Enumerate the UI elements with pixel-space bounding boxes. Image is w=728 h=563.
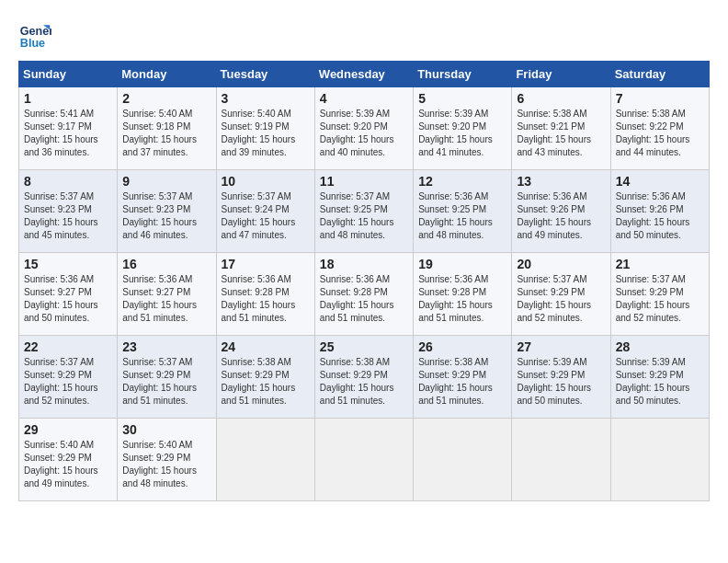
day-number: 20 [517,257,605,271]
calendar-cell: 16Sunrise: 5:36 AM Sunset: 9:27 PM Dayli… [118,253,216,336]
day-info: Sunrise: 5:36 AM Sunset: 9:25 PM Dayligh… [418,190,506,242]
header: General Blue [18,18,710,52]
calendar-cell: 20Sunrise: 5:37 AM Sunset: 9:29 PM Dayli… [512,253,610,336]
day-number: 19 [418,257,506,271]
day-number: 1 [24,91,112,106]
calendar-cell: 29Sunrise: 5:40 AM Sunset: 9:29 PM Dayli… [19,419,118,501]
day-info: Sunrise: 5:37 AM Sunset: 9:23 PM Dayligh… [24,190,112,242]
calendar-cell: 11Sunrise: 5:37 AM Sunset: 9:25 PM Dayli… [314,170,413,253]
day-info: Sunrise: 5:36 AM Sunset: 9:26 PM Dayligh… [616,190,704,242]
weekday-header-sunday: Sunday [19,62,118,87]
day-number: 22 [24,339,112,354]
day-number: 5 [418,91,506,106]
day-info: Sunrise: 5:38 AM Sunset: 9:29 PM Dayligh… [418,356,506,408]
calendar-cell: 6Sunrise: 5:38 AM Sunset: 9:21 PM Daylig… [512,87,610,170]
day-number: 24 [222,339,310,354]
day-number: 7 [616,91,704,106]
day-info: Sunrise: 5:37 AM Sunset: 9:23 PM Dayligh… [122,190,210,242]
day-info: Sunrise: 5:37 AM Sunset: 9:24 PM Dayligh… [222,190,310,242]
day-number: 28 [616,339,704,354]
calendar-cell: 18Sunrise: 5:36 AM Sunset: 9:28 PM Dayli… [314,253,413,336]
calendar-cell: 9Sunrise: 5:37 AM Sunset: 9:23 PM Daylig… [118,170,216,253]
day-info: Sunrise: 5:40 AM Sunset: 9:29 PM Dayligh… [24,439,112,490]
calendar-cell: 25Sunrise: 5:38 AM Sunset: 9:29 PM Dayli… [314,336,413,419]
day-number: 29 [24,422,112,437]
week-row-4: 22Sunrise: 5:37 AM Sunset: 9:29 PM Dayli… [19,336,710,419]
week-row-5: 29Sunrise: 5:40 AM Sunset: 9:29 PM Dayli… [19,419,710,501]
day-info: Sunrise: 5:39 AM Sunset: 9:20 PM Dayligh… [418,108,506,159]
calendar-cell: 26Sunrise: 5:38 AM Sunset: 9:29 PM Dayli… [414,336,512,419]
day-number: 16 [122,257,210,271]
day-info: Sunrise: 5:40 AM Sunset: 9:18 PM Dayligh… [122,108,210,159]
calendar-cell: 24Sunrise: 5:38 AM Sunset: 9:29 PM Dayli… [216,336,314,419]
day-number: 11 [320,174,408,189]
day-number: 12 [418,174,506,189]
day-info: Sunrise: 5:39 AM Sunset: 9:29 PM Dayligh… [517,356,605,408]
day-number: 6 [517,91,605,106]
week-row-2: 8Sunrise: 5:37 AM Sunset: 9:23 PM Daylig… [19,170,710,253]
calendar-cell [610,419,709,501]
svg-text:Blue: Blue [20,37,45,50]
day-info: Sunrise: 5:37 AM Sunset: 9:25 PM Dayligh… [320,190,408,242]
calendar-cell: 12Sunrise: 5:36 AM Sunset: 9:25 PM Dayli… [414,170,512,253]
weekday-header-monday: Monday [118,62,216,87]
week-row-1: 1Sunrise: 5:41 AM Sunset: 9:17 PM Daylig… [19,87,710,170]
day-number: 26 [418,339,506,354]
day-info: Sunrise: 5:36 AM Sunset: 9:28 PM Dayligh… [320,273,408,325]
day-number: 8 [24,174,112,189]
day-info: Sunrise: 5:40 AM Sunset: 9:19 PM Dayligh… [222,108,310,159]
day-info: Sunrise: 5:38 AM Sunset: 9:29 PM Dayligh… [222,356,310,408]
calendar-cell [216,419,314,501]
day-info: Sunrise: 5:37 AM Sunset: 9:29 PM Dayligh… [122,356,210,408]
day-number: 27 [517,339,605,354]
day-info: Sunrise: 5:38 AM Sunset: 9:21 PM Dayligh… [517,108,605,159]
day-number: 21 [616,257,704,271]
logo-icon: General Blue [18,18,51,52]
logo: General Blue [18,18,55,52]
day-number: 9 [122,174,210,189]
calendar-cell: 15Sunrise: 5:36 AM Sunset: 9:27 PM Dayli… [19,253,118,336]
day-number: 3 [222,91,310,106]
day-info: Sunrise: 5:36 AM Sunset: 9:27 PM Dayligh… [24,273,112,325]
day-info: Sunrise: 5:36 AM Sunset: 9:28 PM Dayligh… [222,273,310,325]
day-info: Sunrise: 5:36 AM Sunset: 9:26 PM Dayligh… [517,190,605,242]
weekday-header-thursday: Thursday [414,62,512,87]
calendar-cell [414,419,512,501]
day-number: 25 [320,339,408,354]
day-number: 15 [24,257,112,271]
day-info: Sunrise: 5:39 AM Sunset: 9:29 PM Dayligh… [616,356,704,408]
day-number: 10 [222,174,310,189]
calendar-cell: 14Sunrise: 5:36 AM Sunset: 9:26 PM Dayli… [610,170,709,253]
day-info: Sunrise: 5:36 AM Sunset: 9:28 PM Dayligh… [418,273,506,325]
calendar-cell [314,419,413,501]
day-number: 23 [122,339,210,354]
day-info: Sunrise: 5:36 AM Sunset: 9:27 PM Dayligh… [122,273,210,325]
day-number: 2 [122,91,210,106]
calendar-cell: 8Sunrise: 5:37 AM Sunset: 9:23 PM Daylig… [19,170,118,253]
calendar-cell: 3Sunrise: 5:40 AM Sunset: 9:19 PM Daylig… [216,87,314,170]
calendar-cell: 1Sunrise: 5:41 AM Sunset: 9:17 PM Daylig… [19,87,118,170]
day-info: Sunrise: 5:41 AM Sunset: 9:17 PM Dayligh… [24,108,112,159]
calendar-cell: 10Sunrise: 5:37 AM Sunset: 9:24 PM Dayli… [216,170,314,253]
day-info: Sunrise: 5:37 AM Sunset: 9:29 PM Dayligh… [24,356,112,408]
calendar-cell: 21Sunrise: 5:37 AM Sunset: 9:29 PM Dayli… [610,253,709,336]
calendar-cell [512,419,610,501]
calendar-cell: 5Sunrise: 5:39 AM Sunset: 9:20 PM Daylig… [414,87,512,170]
day-info: Sunrise: 5:40 AM Sunset: 9:29 PM Dayligh… [122,439,210,490]
day-number: 17 [222,257,310,271]
calendar-cell: 17Sunrise: 5:36 AM Sunset: 9:28 PM Dayli… [216,253,314,336]
calendar-cell: 4Sunrise: 5:39 AM Sunset: 9:20 PM Daylig… [314,87,413,170]
weekday-header-friday: Friday [512,62,610,87]
day-number: 4 [320,91,408,106]
day-info: Sunrise: 5:37 AM Sunset: 9:29 PM Dayligh… [517,273,605,325]
week-row-3: 15Sunrise: 5:36 AM Sunset: 9:27 PM Dayli… [19,253,710,336]
calendar-cell: 7Sunrise: 5:38 AM Sunset: 9:22 PM Daylig… [610,87,709,170]
calendar-cell: 23Sunrise: 5:37 AM Sunset: 9:29 PM Dayli… [118,336,216,419]
day-number: 18 [320,257,408,271]
calendar-cell: 2Sunrise: 5:40 AM Sunset: 9:18 PM Daylig… [118,87,216,170]
calendar-cell: 30Sunrise: 5:40 AM Sunset: 9:29 PM Dayli… [118,419,216,501]
calendar-table: SundayMondayTuesdayWednesdayThursdayFrid… [18,61,710,501]
weekday-header-saturday: Saturday [610,62,709,87]
weekday-header-wednesday: Wednesday [314,62,413,87]
day-info: Sunrise: 5:38 AM Sunset: 9:22 PM Dayligh… [616,108,704,159]
